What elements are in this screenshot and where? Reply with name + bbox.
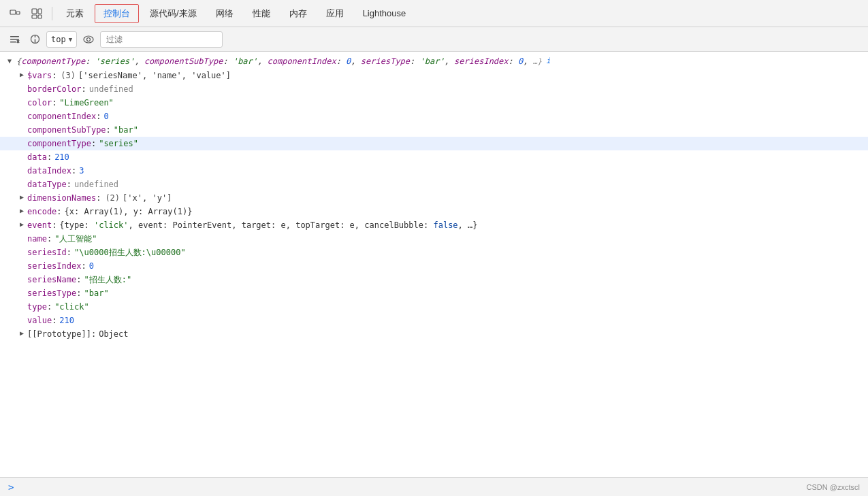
prototype-expand-arrow[interactable]: ▶ [18,329,26,338]
prop-componentIndex: componentIndex: 0 [0,110,868,123]
info-icon[interactable]: i [546,55,551,67]
top-toolbar: 元素 控制台 源代码/来源 网络 性能 内存 应用 Lighthouse [0,0,868,27]
svg-rect-4 [38,9,42,14]
filter-input[interactable] [100,31,223,48]
tab-console[interactable]: 控制台 [95,4,139,23]
prop-type: type: "click" [0,300,868,314]
prop-value: value: 210 [0,314,868,327]
prop-data: data: 210 [0,150,868,164]
event-expand-arrow[interactable]: ▶ [18,220,26,229]
prop-seriesType: seriesType: "bar" [0,286,868,300]
prop-dimensionNames: ▶ dimensionNames: (2) ['x', 'y'] [0,191,868,205]
tab-memory[interactable]: 内存 [281,5,315,22]
svg-point-15 [87,37,91,41]
prop-event: ▶ event: {type: 'click', event: PointerE… [0,218,868,232]
prop-seriesIndex: seriesIndex: 0 [0,259,868,273]
clear-console-icon[interactable] [5,31,23,48]
prop-encode: ▶ encode: {x: Array(1), y: Array(1)} [0,205,868,218]
credit-text: CSDN @zxctscl [807,483,860,491]
inspect-icon[interactable] [27,4,46,23]
svg-rect-5 [38,15,42,18]
prop-name: name: "人工智能" [0,232,868,246]
svg-rect-8 [10,42,16,43]
context-selector[interactable]: top ▼ [46,31,77,48]
main-expand-arrow[interactable]: ▼ [5,56,14,66]
svg-rect-3 [32,15,37,18]
tab-performance[interactable]: 性能 [244,5,278,22]
svg-rect-2 [32,9,37,14]
device-toggle-icon[interactable] [5,4,25,23]
prop-color: color: "LimeGreen" [0,96,868,110]
context-label: top [51,35,66,44]
filter-icon[interactable] [26,31,44,48]
prop-seriesId: seriesId: "\u0000招生人数:\u00000" [0,246,868,259]
svg-rect-1 [16,12,20,14]
tab-sources[interactable]: 源代码/来源 [142,5,205,22]
prop-seriesName: seriesName: "招生人数:" [0,273,868,286]
bottom-bar: > CSDN @zxctscl [0,477,868,496]
svg-rect-6 [10,36,19,37]
prop-prototype: ▶ [[Prototype]]: Object [0,327,868,341]
tab-network[interactable]: 网络 [208,5,242,22]
prop-vars: ▶ $vars: (3) ['seriesName', 'name', 'val… [0,69,868,82]
main-object-summary: {componentType: 'series', componentSubTy… [16,55,542,68]
divider-1 [52,7,52,20]
svg-rect-0 [10,10,16,14]
svg-rect-7 [10,39,19,40]
vars-expand-arrow[interactable]: ▶ [18,70,26,80]
console-area: ▼ {componentType: 'series', componentSub… [0,52,868,477]
prop-componentType: componentType: "series" [0,137,868,150]
second-toolbar: top ▼ [0,27,868,52]
svg-point-14 [84,36,93,43]
prop-dataIndex: dataIndex: 3 [0,164,868,178]
dimensionNames-expand-arrow[interactable]: ▶ [18,193,26,202]
main-object-line: ▼ {componentType: 'series', componentSub… [0,54,868,69]
tab-application[interactable]: 应用 [318,5,352,22]
prop-dataType: dataType: undefined [0,178,868,191]
encode-expand-arrow[interactable]: ▶ [18,206,26,216]
context-arrow-icon: ▼ [69,36,72,43]
console-prompt-arrow[interactable]: > [8,482,14,493]
eye-icon[interactable] [80,31,97,48]
tab-elements[interactable]: 元素 [58,5,92,22]
prop-borderColor: borderColor: undefined [0,82,868,96]
tab-lighthouse[interactable]: Lighthouse [355,5,415,21]
prop-componentSubType: componentSubType: "bar" [0,123,868,137]
